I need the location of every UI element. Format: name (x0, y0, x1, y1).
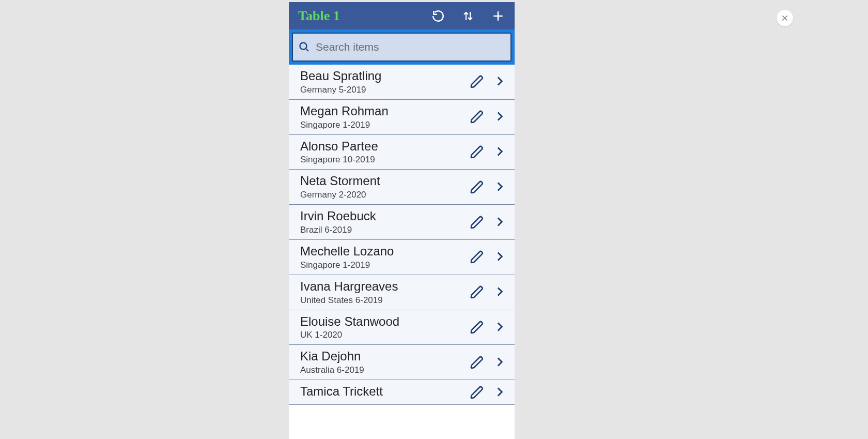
edit-icon[interactable] (469, 215, 484, 230)
chevron-right-icon[interactable] (493, 355, 507, 370)
edit-icon[interactable] (469, 285, 484, 299)
chevron-right-icon[interactable] (493, 215, 507, 230)
list-item-name: Kia Dejohn (300, 349, 465, 364)
list-item-detail: UK 1-2020 (300, 330, 465, 340)
list-item-text: Elouise StanwoodUK 1-2020 (300, 314, 465, 341)
chevron-right-icon[interactable] (493, 180, 507, 194)
edit-icon[interactable] (469, 110, 484, 124)
search-icon (298, 41, 311, 53)
list-item-detail: Germany 5-2019 (300, 85, 465, 95)
list-item[interactable]: Tamica Trickett (289, 380, 515, 405)
header-actions (431, 9, 509, 23)
list-item-actions (469, 285, 507, 299)
list-item-name: Mechelle Lozano (300, 244, 465, 259)
edit-icon[interactable] (469, 145, 484, 159)
list-item-name: Alonso Partee (300, 139, 465, 154)
chevron-right-icon[interactable] (493, 320, 507, 335)
edit-icon[interactable] (469, 320, 484, 335)
search-input[interactable] (316, 41, 505, 53)
list-item[interactable]: Ivana HargreavesUnited States 6-2019 (289, 275, 515, 310)
list-item-detail: United States 6-2019 (300, 295, 465, 306)
list-item-text: Mechelle LozanoSingapore 1-2019 (300, 244, 465, 270)
list-item-actions (469, 320, 507, 335)
list-item[interactable]: Kia DejohnAustralia 6-2019 (289, 345, 515, 380)
list-item-text: Beau SpratlingGermany 5-2019 (300, 69, 465, 95)
list-item[interactable]: Mechelle LozanoSingapore 1-2019 (289, 240, 515, 275)
list-item-name: Elouise Stanwood (300, 314, 465, 329)
list-item-detail: Brazil 6-2019 (300, 225, 465, 235)
list-item-text: Irvin RoebuckBrazil 6-2019 (300, 209, 465, 235)
edit-icon[interactable] (469, 385, 484, 400)
edit-icon[interactable] (469, 250, 484, 264)
list-item-actions (469, 355, 507, 370)
refresh-icon[interactable] (431, 9, 445, 23)
list-item-text: Megan RohmanSingapore 1-2019 (300, 104, 465, 130)
edit-icon[interactable] (469, 355, 484, 370)
list-item-text: Alonso ParteeSingapore 10-2019 (300, 139, 465, 165)
add-icon[interactable] (491, 9, 505, 23)
list-item[interactable]: Neta StormentGermany 2-2020 (289, 170, 515, 205)
list-item-actions (469, 180, 507, 194)
item-list[interactable]: Beau SpratlingGermany 5-2019Megan Rohman… (289, 65, 515, 405)
list-item[interactable]: Megan RohmanSingapore 1-2019 (289, 100, 515, 135)
chevron-right-icon[interactable] (493, 110, 507, 124)
list-item-name: Irvin Roebuck (300, 209, 465, 224)
list-item-actions (469, 250, 507, 264)
search-container[interactable] (292, 33, 512, 62)
list-item-detail: Singapore 10-2019 (300, 155, 465, 165)
list-item-text: Ivana HargreavesUnited States 6-2019 (300, 279, 465, 306)
list-item-actions (469, 385, 507, 400)
list-item-name: Tamica Trickett (300, 384, 465, 399)
list-item-detail: Singapore 1-2019 (300, 120, 465, 130)
list-item-actions (469, 110, 507, 124)
list-item[interactable]: Alonso ParteeSingapore 10-2019 (289, 135, 515, 170)
sort-icon[interactable] (461, 9, 475, 23)
edit-icon[interactable] (469, 180, 484, 194)
list-item-name: Megan Rohman (300, 104, 465, 119)
chevron-right-icon[interactable] (493, 250, 507, 264)
list-item-actions (469, 74, 507, 89)
list-item-actions (469, 145, 507, 159)
list-item-text: Neta StormentGermany 2-2020 (300, 174, 465, 200)
page-title: Table 1 (298, 8, 431, 24)
list-item[interactable]: Beau SpratlingGermany 5-2019 (289, 65, 515, 100)
header-bar: Table 1 (289, 2, 515, 29)
list-item-name: Beau Spratling (300, 69, 465, 84)
edit-icon[interactable] (469, 74, 484, 89)
list-item-name: Ivana Hargreaves (300, 279, 465, 294)
list-item[interactable]: Irvin RoebuckBrazil 6-2019 (289, 205, 515, 240)
list-item-detail: Australia 6-2019 (300, 365, 465, 375)
chevron-right-icon[interactable] (493, 285, 507, 299)
search-highlight (289, 29, 515, 65)
chevron-right-icon[interactable] (493, 74, 507, 89)
app-frame: Table 1 (289, 2, 515, 439)
list-item-detail: Singapore 1-2019 (300, 260, 465, 270)
list-item-text: Tamica Trickett (300, 384, 465, 400)
list-item-name: Neta Storment (300, 174, 465, 189)
list-item-actions (469, 215, 507, 230)
list-item[interactable]: Elouise StanwoodUK 1-2020 (289, 310, 515, 345)
chevron-right-icon[interactable] (493, 385, 507, 400)
chevron-right-icon[interactable] (493, 145, 507, 159)
svg-point-0 (300, 43, 307, 50)
list-item-detail: Germany 2-2020 (300, 190, 465, 200)
list-item-text: Kia DejohnAustralia 6-2019 (300, 349, 465, 375)
close-button[interactable] (777, 10, 793, 26)
